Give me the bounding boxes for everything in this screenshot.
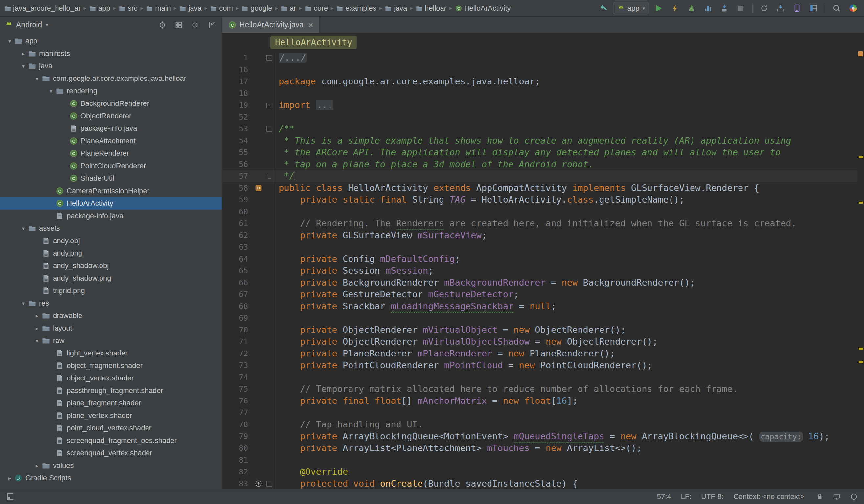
chevron-down-icon[interactable]: ▾ xyxy=(32,75,42,82)
tree-item[interactable]: CPointCloudRenderer xyxy=(0,160,222,172)
tree-item[interactable]: point_cloud_vertex.shader xyxy=(0,422,222,434)
inspections-indicator[interactable] xyxy=(858,51,863,56)
code-line[interactable]: 79 private ArrayBlockingQueue<MotionEven… xyxy=(223,430,857,442)
code-line[interactable]: 62 private GLSurfaceView mSurfaceView; xyxy=(223,229,857,241)
tree-item[interactable]: ▸Gradle Scripts xyxy=(0,472,222,484)
code-line[interactable]: 1+/.../ xyxy=(223,52,857,64)
breadcrumb-item[interactable]: ar xyxy=(279,3,298,13)
code-line[interactable]: 63 xyxy=(223,241,857,253)
code-line[interactable]: 77 xyxy=(223,407,857,419)
background-tasks-button[interactable] xyxy=(848,491,860,502)
warning-stripe-mark[interactable] xyxy=(859,156,863,158)
editor[interactable]: HelloArActivity 1+/.../1617package com.g… xyxy=(223,33,864,489)
code-line[interactable]: 76 private final float[] mAnchorMatrix =… xyxy=(223,395,857,407)
caret-position-widget[interactable]: 57:4 xyxy=(657,492,671,501)
tree-item[interactable]: light_vertex.shader xyxy=(0,347,222,359)
code-line[interactable]: 60 xyxy=(223,206,857,217)
code-line[interactable]: 74 xyxy=(223,371,857,383)
chevron-down-icon[interactable]: ▾ xyxy=(19,300,28,307)
chevron-right-icon[interactable]: ▸ xyxy=(19,51,28,57)
layout-inspector-button[interactable] xyxy=(806,2,820,15)
tree-item[interactable]: ▾com.google.ar.core.examples.java.helloa… xyxy=(0,72,222,85)
tree-item[interactable]: andy.obj xyxy=(0,235,222,247)
chevron-right-icon[interactable]: ▸ xyxy=(4,475,14,481)
breadcrumb-item[interactable]: java_arcore_hello_ar xyxy=(3,3,82,13)
toolwindow-toggler-button[interactable] xyxy=(4,491,16,502)
code-line[interactable]: 73 private PointCloudRenderer mPointClou… xyxy=(223,359,857,371)
collapse-all-button[interactable] xyxy=(173,20,184,31)
profile-button[interactable] xyxy=(701,2,715,15)
gear-settings-button[interactable] xyxy=(190,20,201,31)
breadcrumb-item[interactable]: com xyxy=(208,3,235,13)
debug-button[interactable] xyxy=(685,2,698,15)
tree-item[interactable]: ▸drawable xyxy=(0,310,222,322)
attach-debugger-button[interactable] xyxy=(718,2,731,15)
stop-button[interactable] xyxy=(734,2,748,15)
tree-item[interactable]: plane_fragment.shader xyxy=(0,397,222,409)
project-view-selector[interactable]: Android ▾ xyxy=(4,20,48,29)
event-log-button[interactable] xyxy=(831,491,842,502)
tree-item[interactable]: passthrough_fragment.shader xyxy=(0,384,222,397)
search-everywhere-button[interactable] xyxy=(830,2,844,15)
code-line[interactable]: 19+import ... xyxy=(223,99,857,111)
sync-project-button[interactable] xyxy=(757,2,771,15)
breadcrumb-item[interactable]: examples xyxy=(335,3,378,13)
code-line[interactable]: 64 private Config mDefaultConfig; xyxy=(223,253,857,265)
chevron-down-icon[interactable]: ▾ xyxy=(4,38,14,44)
code-line[interactable]: 66 private BackgroundRenderer mBackgroun… xyxy=(223,277,857,288)
tree-item[interactable]: CShaderUtil xyxy=(0,172,222,185)
editor-tab[interactable]: C HelloArActivity.java × xyxy=(223,17,319,33)
tree-item[interactable]: plane_vertex.shader xyxy=(0,409,222,422)
fold-end-icon[interactable] xyxy=(264,174,274,179)
tree-item[interactable]: ▾java xyxy=(0,60,222,72)
tree-item[interactable]: object_vertex.shader xyxy=(0,372,222,384)
code-line[interactable]: 52 xyxy=(223,111,857,123)
tree-item[interactable]: ▾app xyxy=(0,35,222,47)
run-button[interactable] xyxy=(652,2,665,15)
tree-item[interactable]: package-info.java xyxy=(0,209,222,222)
context-widget[interactable]: Context: <no context> xyxy=(734,492,804,501)
warning-stripe-mark[interactable] xyxy=(859,202,863,204)
chevron-right-icon[interactable]: ▸ xyxy=(32,313,42,319)
breadcrumb-item[interactable]: app xyxy=(88,3,112,13)
tree-item[interactable]: andy_shadow.png xyxy=(0,272,222,285)
code-line[interactable]: 59 private static final String TAG = Hel… xyxy=(223,194,857,206)
fold-minus-icon[interactable]: − xyxy=(264,126,274,132)
chevron-down-icon[interactable]: ▾ xyxy=(19,225,28,232)
locate-file-button[interactable] xyxy=(157,20,168,31)
code-line[interactable]: 17package com.google.ar.core.examples.ja… xyxy=(223,75,857,87)
breadcrumb-item[interactable]: helloar xyxy=(414,3,448,13)
tree-item[interactable]: trigrid.png xyxy=(0,285,222,297)
tree-item[interactable]: ▸manifests xyxy=(0,47,222,60)
lock-button[interactable] xyxy=(814,491,825,502)
tree-item[interactable]: ▾assets xyxy=(0,222,222,235)
fold-minus-icon[interactable]: − xyxy=(264,481,274,487)
code-line[interactable]: 54 * This is a simple example that shows… xyxy=(223,135,857,146)
run-config-selector[interactable]: app▾ xyxy=(613,2,649,14)
error-stripe[interactable] xyxy=(857,33,864,489)
tree-item[interactable]: package-info.java xyxy=(0,122,222,135)
breadcrumb-item[interactable]: java xyxy=(178,3,203,13)
code-line[interactable]: 55 * the ARCore API. The application wil… xyxy=(223,146,857,158)
code-line[interactable]: 57 */ xyxy=(223,170,857,182)
sdk-manager-button[interactable] xyxy=(774,2,788,15)
tree-item[interactable]: andy.png xyxy=(0,247,222,260)
chevron-down-icon[interactable]: ▾ xyxy=(19,63,28,69)
tree-item[interactable]: CBackgroundRenderer xyxy=(0,97,222,110)
avd-manager-button[interactable] xyxy=(790,2,804,15)
code-area[interactable]: 1+/.../1617package com.google.ar.core.ex… xyxy=(223,52,857,489)
tree-item[interactable]: CPlaneAttachment xyxy=(0,135,222,147)
chevron-right-icon[interactable]: ▸ xyxy=(32,463,42,469)
breadcrumb-class-chip[interactable]: HelloArActivity xyxy=(271,36,357,49)
code-line[interactable]: 72 private PlaneRenderer mPlaneRenderer … xyxy=(223,348,857,359)
breadcrumb-item[interactable]: java xyxy=(383,3,409,13)
breadcrumb-item[interactable]: src xyxy=(117,3,139,13)
code-line[interactable]: 53−/** xyxy=(223,123,857,135)
tree-item[interactable]: andy_shadow.obj xyxy=(0,260,222,272)
fold-plus-icon[interactable]: + xyxy=(264,103,274,108)
apply-changes-button[interactable] xyxy=(668,2,682,15)
tree-item[interactable]: CObjectRenderer xyxy=(0,110,222,122)
code-line[interactable]: 75 // Temporary matrix allocated here to… xyxy=(223,383,857,395)
chevron-right-icon[interactable]: ▸ xyxy=(32,325,42,332)
warning-stripe-mark[interactable] xyxy=(859,361,863,363)
